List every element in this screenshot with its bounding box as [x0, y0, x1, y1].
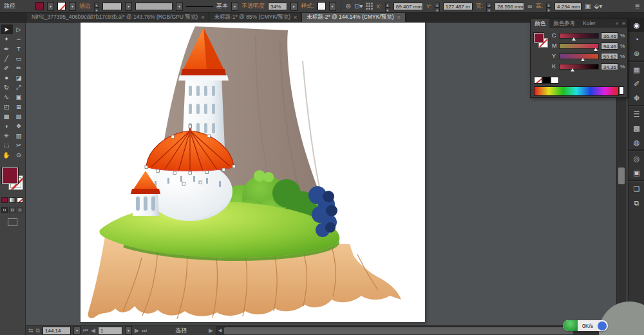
swap-arrows-icon[interactable]: ⇆: [28, 327, 33, 334]
black-value[interactable]: 34.36: [601, 63, 618, 70]
zoom-dropdown-icon[interactable]: ▾: [73, 326, 80, 335]
gradient-panel-icon[interactable]: ▩: [629, 121, 644, 135]
slice-tool[interactable]: ✂: [13, 140, 25, 150]
vertical-scrollbar-thumb[interactable]: [618, 168, 625, 184]
width-tool[interactable]: ∿: [1, 92, 13, 102]
width-profile-dropdown-icon[interactable]: ▾: [176, 2, 183, 11]
cyan-value[interactable]: 36.46: [601, 32, 618, 39]
magic-wand-tool[interactable]: ✦: [1, 34, 13, 44]
zoom-level-input[interactable]: 144.14: [43, 327, 71, 335]
cyan-slider[interactable]: [559, 33, 599, 39]
draw-inside-mode-button[interactable]: [17, 207, 23, 213]
stroke-color-swatch[interactable]: [57, 2, 66, 10]
collapse-control-bar-icon[interactable]: ≣: [635, 3, 640, 10]
artboard-dropdown-icon[interactable]: ▾: [125, 326, 132, 335]
rectangle-tool[interactable]: ▭: [13, 53, 25, 63]
pen-tool[interactable]: ✒: [1, 44, 13, 53]
collapse-panel-icon[interactable]: «: [614, 21, 620, 26]
close-tab-icon[interactable]: ×: [201, 14, 204, 21]
eraser-tool[interactable]: ◪: [13, 73, 25, 82]
horizontal-scrollbar-thumb[interactable]: [224, 327, 573, 334]
direct-selection-tool[interactable]: ▷: [13, 24, 25, 34]
none-button[interactable]: [17, 197, 23, 203]
magenta-value[interactable]: 94.46: [601, 43, 618, 50]
status-menu-icon[interactable]: ▶: [209, 327, 213, 334]
yellow-value[interactable]: 59.62: [601, 53, 618, 60]
close-tab-icon[interactable]: ×: [397, 14, 401, 21]
constrain-proportions-icon[interactable]: ∞: [527, 3, 532, 10]
artboard-number-input[interactable]: 1: [98, 327, 122, 335]
layers-panel-icon[interactable]: ❏: [629, 182, 644, 196]
previous-artboard-icon[interactable]: ◀: [91, 327, 95, 334]
castle-illustration[interactable]: [80, 23, 425, 322]
style-swatch[interactable]: [317, 2, 326, 10]
yellow-slider[interactable]: [559, 53, 599, 59]
mesh-tool[interactable]: ▦: [1, 111, 13, 121]
shear-options-icon[interactable]: ⬙▾: [594, 3, 602, 10]
opacity-input[interactable]: 34%: [268, 3, 287, 10]
draw-behind-mode-button[interactable]: [9, 207, 15, 213]
color-spectrum-bar[interactable]: [534, 86, 619, 96]
paintbrush-tool[interactable]: ✐: [1, 63, 13, 73]
reference-point-locator[interactable]: [366, 3, 373, 10]
stroke-panel-icon[interactable]: ☰: [629, 107, 644, 121]
color-panel-icon[interactable]: ◉: [629, 18, 644, 32]
recolor-artwork-icon[interactable]: ⊛: [346, 3, 351, 10]
line-segment-tool[interactable]: ╱: [1, 53, 13, 63]
fill-proxy-swatch[interactable]: [534, 33, 544, 43]
document-tab[interactable]: NiPic_377395_406b9cdd7b17c93b.ai* @ 143.…: [27, 13, 209, 22]
style-dropdown-icon[interactable]: ▾: [329, 2, 336, 11]
gradient-button[interactable]: [9, 197, 15, 203]
panel-menu-icon[interactable]: ≡: [620, 21, 627, 26]
white-swatch[interactable]: [551, 77, 559, 84]
color-guide-panel-icon[interactable]: ◔: [629, 32, 644, 46]
symbol-sprayer-tool[interactable]: ✳: [1, 131, 13, 140]
y-stepper[interactable]: ▲▼: [435, 3, 440, 10]
fill-proxy-swatch[interactable]: [2, 168, 18, 184]
artboards-panel-icon[interactable]: ⧉: [629, 196, 644, 210]
pencil-tool[interactable]: ✏: [13, 63, 25, 73]
x-stepper[interactable]: ▲▼: [385, 3, 390, 10]
symbols-panel-icon[interactable]: ❉: [629, 91, 644, 105]
black-slider[interactable]: [559, 64, 599, 70]
document-tab[interactable]: 未标题-1* @ 85% (CMYK/预览) ×: [209, 13, 302, 22]
none-swatch[interactable]: [534, 77, 542, 84]
type-tool[interactable]: T: [13, 44, 25, 53]
gradient-tool[interactable]: ▤: [13, 111, 25, 121]
tab-kuler[interactable]: Kuler: [579, 19, 600, 28]
stroke-weight-stepper[interactable]: ▲▼: [94, 3, 99, 10]
rotate-tool[interactable]: ↻: [1, 82, 13, 92]
width-stepper[interactable]: ▲▼: [486, 3, 491, 10]
shape-builder-tool[interactable]: ◰: [1, 102, 13, 111]
screen-mode-button[interactable]: [8, 218, 17, 226]
net-speed-widget[interactable]: 0K/s: [563, 320, 608, 331]
brush-name[interactable]: 基本: [216, 2, 228, 10]
stroke-color-dropdown-icon[interactable]: ▾: [69, 2, 76, 11]
hand-tool[interactable]: ✋: [1, 150, 13, 160]
transparency-panel-icon[interactable]: ◍: [629, 135, 644, 149]
artboard-tool[interactable]: ⬚: [1, 140, 13, 150]
color-button[interactable]: [1, 197, 8, 203]
appearance-panel-icon[interactable]: ◎: [629, 151, 644, 166]
fill-color-swatch[interactable]: [35, 2, 44, 10]
stroke-weight-dropdown-icon[interactable]: ▾: [125, 2, 132, 11]
magenta-slider[interactable]: [559, 43, 599, 49]
column-graph-tool[interactable]: ▥: [13, 131, 25, 140]
tab-color-guide[interactable]: 颜色参考: [549, 19, 579, 28]
scroll-left-icon[interactable]: ◀: [216, 328, 223, 333]
brushes-panel-icon[interactable]: ✐: [629, 77, 644, 91]
align-options-icon[interactable]: ⊡▾: [354, 3, 363, 10]
x-input[interactable]: 69.407 mm: [393, 3, 423, 10]
stroke-weight-label[interactable]: 描边: [79, 2, 91, 10]
last-artboard-icon[interactable]: ⏭: [142, 327, 147, 334]
free-transform-tool[interactable]: ▣: [13, 92, 25, 102]
zoom-tool[interactable]: ⊙: [13, 150, 25, 160]
y-input[interactable]: 127.487 m: [443, 3, 473, 10]
spectrum-white-swatch[interactable]: [619, 86, 624, 95]
black-swatch[interactable]: [542, 77, 551, 84]
height-input[interactable]: 4.294 mm: [554, 3, 582, 10]
swatches-panel-icon[interactable]: ▦: [629, 62, 644, 77]
draw-normal-mode-button[interactable]: [1, 207, 8, 213]
blob-brush-tool[interactable]: ●: [1, 73, 13, 82]
scale-tool[interactable]: ⤢: [13, 82, 25, 92]
